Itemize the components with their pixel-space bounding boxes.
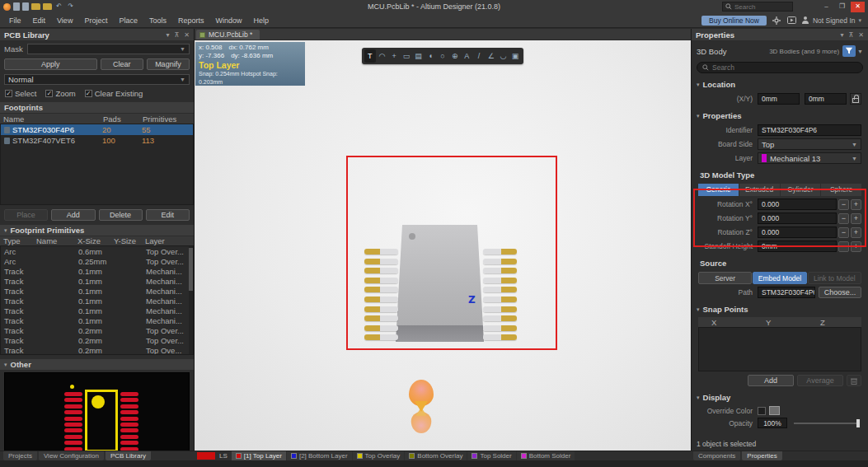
footprint-row[interactable]: STM32F407VET6100113 <box>1 135 193 146</box>
add-snap-button[interactable]: Add <box>748 375 794 386</box>
slider-handle[interactable] <box>856 419 860 427</box>
layer-combo[interactable]: Mechanical 13▼ <box>758 152 861 164</box>
column-header-name[interactable]: Name <box>3 114 103 124</box>
primitive-row[interactable]: Track0.2mmTop Ove... <box>1 346 193 355</box>
panel-tab-components[interactable]: Components <box>693 451 740 460</box>
redo-icon[interactable]: ↷ <box>66 2 75 11</box>
location-y-input[interactable]: 0mm <box>805 93 847 105</box>
checkbox-zoom[interactable]: ✓Zoom <box>45 89 75 98</box>
media-icon[interactable] <box>787 16 796 25</box>
buy-online-now-button[interactable]: Buy Online Now <box>701 16 767 26</box>
sign-in-control[interactable]: Not Signed In ▾ <box>802 16 861 25</box>
collapse-arrow-icon[interactable]: ▾ <box>4 227 7 234</box>
settings-gear-icon[interactable] <box>772 16 781 25</box>
embed-model-button[interactable]: Embed Model <box>753 272 806 284</box>
opacity-value[interactable]: 100% <box>758 418 787 428</box>
pin-icon[interactable]: ⊼ <box>848 31 853 39</box>
open-icon[interactable] <box>31 3 40 10</box>
link-to-model-button[interactable]: Link to Model <box>808 272 861 284</box>
menu-reports[interactable]: Reports <box>172 16 210 25</box>
menu-project[interactable]: Project <box>78 16 113 25</box>
mask-combo[interactable]: ▼ <box>27 44 190 54</box>
primitive-row[interactable]: Track0.2mmTop Over... <box>1 326 193 336</box>
snap-points-list[interactable] <box>698 327 861 371</box>
checkbox-clear-existing[interactable]: ✓Clear Existing <box>85 89 143 98</box>
panel-tab-projects[interactable]: Projects <box>3 451 37 460</box>
footprints-table-header[interactable]: NamePadsPrimitives <box>0 113 194 124</box>
add-button[interactable]: Add <box>51 209 95 221</box>
arc-tool-icon[interactable]: ◡ <box>498 49 509 63</box>
column-header-x-size[interactable]: X-Size <box>77 236 114 245</box>
primitive-row[interactable]: Track0.1mmMechani... <box>1 316 193 326</box>
properties-search-input[interactable] <box>712 63 836 72</box>
server-button[interactable]: Server <box>698 272 752 284</box>
document-tab[interactable]: MCU.PcbLib * <box>196 30 260 40</box>
layer-sets-label[interactable]: LS <box>219 452 228 460</box>
menu-help[interactable]: Help <box>247 16 274 25</box>
checkbox-select[interactable]: ✓Select <box>5 89 36 98</box>
average-snap-button[interactable]: Average <box>797 375 843 386</box>
text-tool-icon[interactable]: A <box>462 49 473 63</box>
choose-button[interactable]: Choose... <box>819 287 861 298</box>
menu-place[interactable]: Place <box>113 16 143 25</box>
measure-tool-icon[interactable]: ▤ <box>413 49 425 63</box>
filter-funnel-button[interactable] <box>842 45 856 57</box>
column-header-y-size[interactable]: Y-Size <box>114 236 145 245</box>
menu-view[interactable]: View <box>51 16 78 25</box>
global-search-box[interactable] <box>722 2 793 12</box>
column-header-name[interactable]: Name <box>36 236 77 245</box>
menu-window[interactable]: Window <box>209 16 247 25</box>
undo-icon[interactable]: ↶ <box>54 2 63 11</box>
panel-tab-properties[interactable]: Properties <box>742 451 781 460</box>
column-header-type[interactable]: Type <box>3 236 36 245</box>
column-header-pads[interactable]: Pads <box>103 114 143 124</box>
magnify-button[interactable]: Magnify <box>147 58 190 70</box>
eraser-tool-icon[interactable]: ◖ <box>425 49 436 63</box>
primitive-row[interactable]: Track0.2mmTop Over... <box>1 336 193 346</box>
layer-tab-bottom-solder[interactable]: Bottom Solder <box>517 451 575 460</box>
menu-edit[interactable]: Edit <box>27 16 52 25</box>
primitive-row[interactable]: Arc0.25mmTop Over... <box>1 256 193 266</box>
chevron-down-icon[interactable]: ▼ <box>857 49 863 54</box>
panel-tab-pcb-library[interactable]: PCB Library <box>106 451 151 460</box>
primitive-row[interactable]: Arc0.6mmTop Over... <box>1 246 193 256</box>
lasso-select-tool-icon[interactable]: ◠ <box>377 49 388 63</box>
layer-tab-bottom-overlay[interactable]: Bottom Overlay <box>405 451 467 460</box>
close-panel-icon[interactable]: ✕ <box>858 31 864 39</box>
maximize-button[interactable]: ❐ <box>835 2 849 12</box>
primitive-row[interactable]: Track0.1mmMechani... <box>1 286 193 296</box>
crosshair-tool-icon[interactable]: + <box>388 49 400 63</box>
properties-search-box[interactable] <box>697 62 863 73</box>
altium-logo-icon[interactable] <box>3 3 11 11</box>
image-tool-icon[interactable]: ▣ <box>509 49 521 63</box>
lock-button[interactable] <box>850 93 861 105</box>
save-all-icon[interactable] <box>22 2 29 11</box>
layer-tab-top-solder[interactable]: Top Solder <box>467 451 515 460</box>
override-color-checkbox[interactable] <box>758 407 766 415</box>
layer-tab-1-top-layer[interactable]: [1] Top Layer <box>232 451 286 460</box>
minimize-button[interactable]: – <box>819 2 833 12</box>
override-color-swatch[interactable] <box>769 406 780 415</box>
clear-button[interactable]: Clear <box>101 58 143 70</box>
layer-tab-2-bottom-layer[interactable]: [2] Bottom Layer <box>287 451 352 460</box>
opacity-slider[interactable] <box>794 418 860 428</box>
donut-tool-icon[interactable]: ○ <box>437 49 448 63</box>
origin-tool-icon[interactable]: ⊕ <box>449 49 461 63</box>
interactive-select-tool-icon[interactable]: T <box>364 49 376 63</box>
board-side-combo[interactable]: Top▼ <box>758 138 861 150</box>
column-header-primitives[interactable]: Primitives <box>143 114 190 124</box>
3d-viewport[interactable]: x: 0.508dx: 0.762 mm y: -7.366dy: -8.636… <box>195 40 691 451</box>
delete-snap-button[interactable] <box>847 375 861 386</box>
menu-tools[interactable]: Tools <box>143 16 172 25</box>
filter-mode-combo[interactable]: Normal ▼ <box>4 74 190 85</box>
angle-tool-icon[interactable]: ∠ <box>486 49 497 63</box>
panel-menu-icon[interactable]: ▾ <box>166 31 169 39</box>
location-x-input[interactable]: 0mm <box>758 93 800 105</box>
edit-button[interactable]: Edit <box>146 209 190 221</box>
delete-button[interactable]: Delete <box>99 209 143 221</box>
primitive-row[interactable]: Track0.1mmMechani... <box>1 266 193 276</box>
panel-menu-icon[interactable]: ▾ <box>840 31 843 39</box>
close-panel-icon[interactable]: ✕ <box>184 31 190 39</box>
line-tool-icon[interactable]: / <box>473 49 485 63</box>
primitive-row[interactable]: Track0.1mmMechani... <box>1 276 193 286</box>
